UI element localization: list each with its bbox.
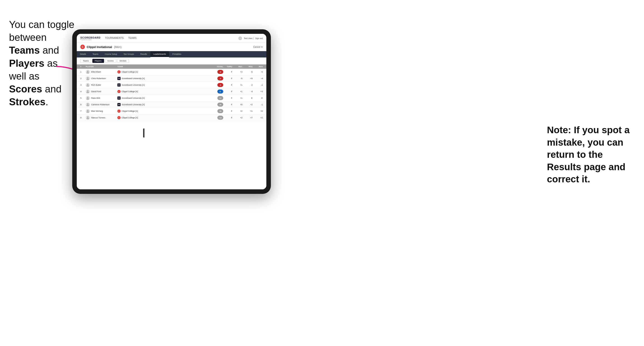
player-rank: 3 (80, 84, 86, 86)
toggle-players-button[interactable]: Players (92, 59, 104, 63)
logo-subtitle: Powered by clippd (80, 39, 100, 40)
tab-teams[interactable]: Teams (90, 51, 102, 57)
nav-tournaments[interactable]: TOURNAMENTS (105, 36, 124, 41)
team-name: Clippd College [A] (122, 90, 138, 93)
player-rd2: E (242, 97, 252, 99)
player-rd1: +2 (232, 110, 242, 112)
toggle-teams-button[interactable]: Teams (80, 59, 92, 63)
tournament-name: C Clippd Invitational (Men) (80, 45, 122, 49)
svg-point-4 (87, 90, 88, 92)
player-avatar (86, 96, 90, 100)
player-thru: F (223, 77, 232, 80)
tab-details[interactable]: Details (77, 51, 90, 57)
team-name: Clippd College [A] (122, 71, 138, 73)
tab-printables[interactable]: Printables (169, 51, 184, 57)
player-name: Chris Robertson (91, 77, 106, 80)
total-badge: E (218, 89, 223, 94)
player-rd1: +1 (232, 84, 242, 86)
cancel-button[interactable]: Cancel ✕ (253, 46, 263, 48)
player-team: C Clippd College [A] (118, 90, 210, 93)
player-name: Blair McHarg (91, 110, 103, 112)
team-icon-clippd: C (118, 116, 120, 119)
total-badge: +11 (218, 116, 223, 120)
player-team: C Clippd College [A] (118, 110, 210, 113)
col-thru: THRU (223, 66, 232, 68)
right-annotation: Note: If you spot a mistake, you can ret… (547, 124, 637, 185)
player-avatar (86, 103, 90, 107)
team-name: Scoreboard University [A] (122, 103, 145, 106)
scoreboard-logo: SCOREBOARD Powered by clippd (80, 36, 100, 40)
player-avatar (86, 116, 90, 120)
player-team: SB Scoreboard University [A] (118, 96, 210, 100)
bold-players: Players (9, 58, 44, 69)
toggle-strokes-button[interactable]: Strokes (117, 59, 129, 63)
nav-teams[interactable]: TEAMS (128, 36, 136, 41)
bold-strokes: Strokes (9, 96, 45, 107)
team-icon-sb: SB (118, 77, 120, 80)
player-total: -4 (210, 76, 223, 80)
svg-point-6 (87, 103, 88, 105)
player-team: C Clippd College [A] (118, 70, 210, 73)
table-row: 3 Rich Butler SB Scoreboard University [… (77, 82, 266, 88)
player-rank: 5 (80, 97, 86, 99)
team-name: Scoreboard University [A] (122, 97, 145, 99)
player-name-cell: Chris Robertson (86, 76, 118, 80)
player-total: E (210, 89, 223, 94)
team-icon-sb: SB (118, 103, 120, 106)
player-rd1: +5 (232, 103, 242, 106)
nav-links: TOURNAMENTS TEAMS (105, 36, 238, 41)
total-badge: +6 (218, 103, 223, 107)
player-rd3: +3 (252, 90, 263, 93)
bold-teams: Teams (9, 45, 40, 56)
player-team: SB Scoreboard University [A] (118, 103, 210, 106)
toggle-scores-button[interactable]: Scores (105, 59, 116, 63)
team-icon-clippd: C (118, 110, 120, 113)
player-total: +9 (210, 109, 223, 113)
svg-point-2 (87, 77, 88, 79)
player-name-cell: David Ford (86, 89, 118, 94)
table-row: 8 Marcus Turners C Clippd College [A] +1… (77, 115, 266, 121)
col-rd1: RD1 (232, 66, 242, 68)
table-row: 5 Rees Britt SB Scoreboard University [A… (77, 95, 266, 101)
tournament-title: Clippd Invitational (87, 45, 112, 49)
col-rd2: RD2 (242, 66, 252, 68)
player-name: Rich Butler (91, 84, 101, 86)
tournament-logo: C (80, 45, 85, 49)
player-rd3: -1 (252, 84, 263, 86)
col-rd3: RD3 (252, 66, 263, 68)
sign-out-link[interactable]: Sign out (255, 37, 263, 39)
tab-tee-groups[interactable]: Tee Groups (120, 51, 137, 57)
table-row: 1 Elliot Ebert C Clippd College [A] -8 F… (77, 69, 266, 75)
toggle-row: Teams Players Scores Strokes (77, 57, 266, 64)
tablet-frame: SCOREBOARD Powered by clippd TOURNAMENTS… (72, 29, 271, 194)
player-total: +1 (210, 96, 223, 100)
tab-leaderboards[interactable]: Leaderboards (150, 51, 169, 57)
table-row: 6 Cameron Robertson SB Scoreboard Univer… (77, 101, 266, 108)
player-rd1: +1 (232, 97, 242, 99)
player-thru: F (223, 90, 232, 93)
user-label: Test User | (244, 37, 254, 39)
table-header: # PLAYER TEAM TOTAL THRU RD1 RD2 RD3 (77, 64, 266, 69)
player-rd3: -5 (252, 71, 263, 73)
tab-course-setup[interactable]: Course Setup (102, 51, 120, 57)
leaderboard-table: 1 Elliot Ebert C Clippd College [A] -8 F… (77, 69, 266, 189)
team-name: Clippd College [A] (122, 110, 138, 112)
svg-point-1 (87, 71, 88, 72)
player-avatar (86, 89, 90, 94)
player-name-cell: Marcus Turners (86, 116, 118, 120)
player-rd2: -6 (242, 71, 252, 73)
player-rd1: +3 (232, 71, 242, 73)
top-navbar: SCOREBOARD Powered by clippd TOURNAMENTS… (77, 34, 266, 43)
sub-nav-tabs: Details Teams Course Setup Tee Groups Re… (77, 51, 266, 57)
player-thru: F (223, 71, 232, 73)
player-rank: 1 (80, 71, 86, 73)
player-rd3: -4 (252, 77, 263, 80)
team-icon-clippd: C (118, 90, 120, 93)
player-rank: 4 (80, 90, 86, 93)
player-name: Rees Britt (91, 97, 100, 99)
tab-results[interactable]: Results (137, 51, 150, 57)
player-rd1: +2 (232, 117, 242, 119)
player-total: +6 (210, 103, 223, 107)
nav-right: U Test User | Sign out (238, 36, 263, 40)
player-rd2: +7 (242, 117, 252, 119)
